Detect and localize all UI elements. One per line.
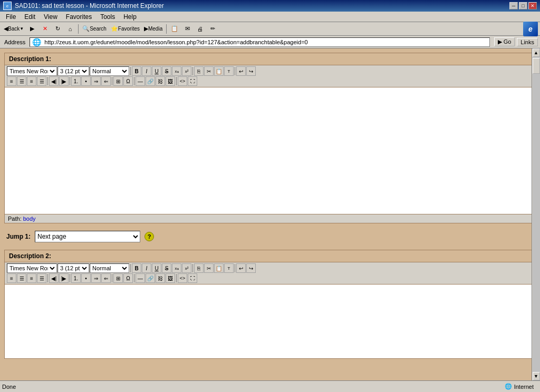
editor1-align-left-button[interactable]: ≡ [7,76,16,86]
editor1-ordered-list-button[interactable]: 1. [71,76,81,86]
editor2-image-button[interactable]: 🖼 [166,273,175,283]
editor2-bold-button[interactable]: B [132,263,141,273]
editor2-subscript-button[interactable]: x₂ [172,263,181,273]
home-button[interactable]: ⌂ [64,24,76,34]
editor2-redo-button[interactable]: ↪ [246,263,256,273]
editor1-font-size[interactable]: 3 (12 pt) [57,66,89,76]
back-button[interactable]: ◀ Back ▼ [2,24,25,34]
history-button[interactable]: 📋 [169,24,180,34]
editor2-content[interactable] [5,285,535,358]
scroll-thumb[interactable] [533,58,540,74]
favorites-button[interactable]: ⭐ Favorites [109,24,141,34]
editor1-indent-left-button[interactable]: ◀| [49,76,59,86]
editor1-style[interactable]: Normal [90,66,129,76]
editor2-underline-button[interactable]: U [152,263,161,273]
menu-file[interactable]: File [2,12,20,22]
menu-help[interactable]: Help [120,12,140,22]
editor1-list-indent-button[interactable]: ⇒ [91,76,101,86]
editor1-list-outdent-button[interactable]: ⇐ [101,76,111,86]
editor1-italic-button[interactable]: I [142,66,151,76]
maximize-button[interactable]: □ [519,2,527,9]
editor1-underline-button[interactable]: U [152,66,161,76]
editor2-hr-button[interactable]: — [136,273,145,283]
editor1-indent-right-button[interactable]: |▶ [59,76,69,86]
editor1-fullscreen-button[interactable]: ⛶ [188,76,197,86]
editor2-indent-right-button[interactable]: |▶ [59,273,69,283]
editor2-html-button[interactable]: <> [178,273,187,283]
editor1-bold-button[interactable]: B [132,66,141,76]
scroll-down-arrow[interactable]: ▼ [533,372,540,380]
editor1-pastetext-button[interactable]: T [224,66,234,76]
minimize-button[interactable]: ─ [509,2,518,9]
menu-view[interactable]: View [40,12,61,22]
editor1-path-body[interactable]: body [23,215,36,222]
editor2-italic-button[interactable]: I [142,263,151,273]
editor2-link-button[interactable]: 🔗 [146,273,155,283]
editor2-align-center-button[interactable]: ☰ [17,273,26,283]
jump1-select[interactable]: Next page Previous page End of lesson [35,231,140,242]
editor1-table-button[interactable]: ⊞ [113,76,123,86]
editor2-font-size[interactable]: 3 (12 pt) [57,263,89,273]
editor1-link-button[interactable]: 🔗 [146,76,155,86]
editor1-paste-button[interactable]: 📋 [214,66,224,76]
editor2-pastetext-button[interactable]: T [224,263,234,273]
editor1-redo-button[interactable]: ↪ [246,66,256,76]
editor1-special-chars-button[interactable]: Ω [123,76,133,86]
forward-button[interactable]: ▶ [26,24,38,34]
editor1-align-right-button[interactable]: ≡ [27,76,36,86]
editor2-cut-button[interactable]: ✂ [204,263,214,273]
editor1-unlink-button[interactable]: ⛓ [156,76,165,86]
mail-button[interactable]: ✉ [181,24,193,34]
editor1-align-center-button[interactable]: ☰ [17,76,26,86]
editor2-special-chars-button[interactable]: Ω [123,273,133,283]
editor2-paste-button[interactable]: 📋 [214,263,224,273]
editor1-font-family[interactable]: Times New Roman [7,66,57,76]
editor2-list-outdent-button[interactable]: ⇐ [101,273,111,283]
editor1-copy-button[interactable]: ⎘ [194,66,204,76]
editor2-font-family[interactable]: Times New Roman [7,263,57,273]
editor1-unordered-list-button[interactable]: • [81,76,91,86]
window-controls[interactable]: ─ □ ✕ [509,2,537,9]
editor1-align-justify-button[interactable]: ☰ [37,76,46,86]
editor1-undo-button[interactable]: ↩ [236,66,246,76]
close-button[interactable]: ✕ [528,2,537,9]
editor1-cut-button[interactable]: ✂ [204,66,214,76]
go-button[interactable]: ▶ Go [494,37,515,46]
editor1-html-button[interactable]: <> [178,76,187,86]
editor2-undo-button[interactable]: ↩ [236,263,246,273]
editor1-hr-button[interactable]: — [136,76,145,86]
refresh-button[interactable]: ↻ [52,24,63,34]
editor2-unlink-button[interactable]: ⛓ [156,273,165,283]
address-input[interactable] [43,38,489,46]
edit-button[interactable]: ✏ [207,24,218,34]
menu-edit[interactable]: Edit [21,12,39,22]
scroll-up-arrow[interactable]: ▲ [533,48,540,57]
editor1-superscript-button[interactable]: x² [182,66,191,76]
print-button[interactable]: 🖨 [194,24,206,34]
menu-tools[interactable]: Tools [97,12,119,22]
editor2-style[interactable]: Normal [90,263,129,273]
editor1-image-button[interactable]: 🖼 [166,76,175,86]
editor2-align-left-button[interactable]: ≡ [7,273,16,283]
editor2-copy-button[interactable]: ⎘ [194,263,204,273]
editor2-ordered-list-button[interactable]: 1. [71,273,81,283]
editor1-content[interactable] [5,87,535,214]
editor2-indent-left-button[interactable]: ◀| [49,273,59,283]
editor2-fullscreen-button[interactable]: ⛶ [188,273,197,283]
media-button[interactable]: ▶ Media [142,24,164,34]
editor2-unordered-list-button[interactable]: • [81,273,91,283]
editor2-strikethrough-button[interactable]: S [162,263,171,273]
editor1-strikethrough-button[interactable]: S [162,66,171,76]
right-scrollbar[interactable]: ▲ ▼ [532,48,540,380]
editor2-align-justify-button[interactable]: ☰ [37,273,46,283]
editor2-align-right-button[interactable]: ≡ [27,273,36,283]
editor2-superscript-button[interactable]: x² [182,263,191,273]
menu-favorites[interactable]: Favorites [62,12,95,22]
editor1-subscript-button[interactable]: x₂ [172,66,181,76]
stop-button[interactable]: ✕ [39,24,51,34]
editor2-table-button[interactable]: ⊞ [113,273,123,283]
links-button[interactable]: Links [517,38,538,46]
editor2-list-indent-button[interactable]: ⇒ [91,273,101,283]
search-button[interactable]: 🔍 Search [81,24,108,34]
jump1-help-icon[interactable]: ? [144,232,154,241]
